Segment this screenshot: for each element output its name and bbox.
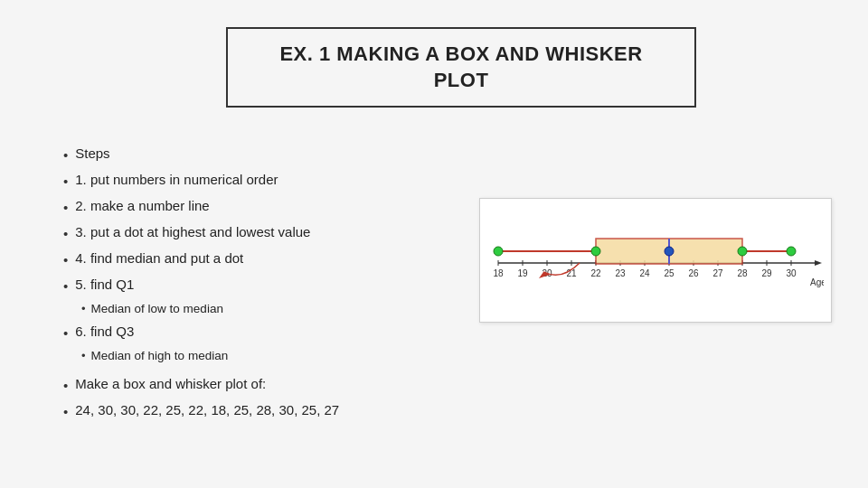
- bullet-text: 24, 30, 30, 22, 25, 22, 18, 25, 28, 30, …: [75, 400, 339, 419]
- bullet-make: • Make a box and whisker plot of:: [63, 374, 488, 395]
- bullet-5: • 5. find Q1: [63, 275, 488, 296]
- bullet-text: 5. find Q1: [75, 275, 134, 294]
- bullet-3: • 3. put a dot at highest and lowest val…: [63, 222, 488, 243]
- bullet-text: Steps: [75, 144, 109, 163]
- bullet-data: • 24, 30, 30, 22, 25, 22, 18, 25, 28, 30…: [63, 400, 488, 421]
- bullet-text: Make a box and whisker plot of:: [75, 374, 266, 393]
- svg-point-36: [787, 247, 796, 256]
- svg-point-32: [494, 247, 503, 256]
- plot-container: 18 19 20 21 22 23 24: [479, 198, 832, 323]
- svg-text:29: 29: [761, 268, 772, 278]
- svg-point-34: [665, 247, 674, 256]
- sub-bullet-q3: • Median of high to median: [81, 348, 488, 365]
- sub-bullet-q1: • Median of low to median: [81, 301, 488, 318]
- bullet-steps: • Steps: [63, 144, 488, 164]
- box-whisker-plot: 18 19 20 21 22 23 24: [489, 213, 824, 295]
- svg-text:22: 22: [590, 268, 601, 278]
- bullet-text: 1. put numbers in numerical order: [75, 170, 278, 189]
- right-column: 18 19 20 21 22 23 24: [479, 198, 832, 323]
- bullet-1: • 1. put numbers in numerical order: [63, 170, 488, 191]
- svg-text:18: 18: [493, 268, 504, 278]
- bullet-dot: •: [63, 172, 68, 191]
- svg-text:28: 28: [737, 268, 748, 278]
- bullet-dot: •: [63, 402, 68, 421]
- svg-text:27: 27: [712, 268, 723, 278]
- sub-dot: •: [81, 348, 86, 364]
- svg-text:23: 23: [615, 268, 626, 278]
- bullet-dot: •: [63, 277, 68, 296]
- bullet-6: • 6. find Q3: [63, 322, 488, 343]
- bullet-text: 6. find Q3: [75, 322, 134, 341]
- sub-dot: •: [81, 301, 86, 317]
- bullet-dot: •: [63, 145, 68, 164]
- svg-text:25: 25: [664, 268, 675, 278]
- bullet-text: 4. find median and put a dot: [75, 249, 243, 267]
- bullet-dot: •: [63, 324, 68, 343]
- svg-point-33: [591, 247, 600, 256]
- svg-text:19: 19: [517, 268, 528, 278]
- svg-point-35: [738, 247, 747, 256]
- svg-text:24: 24: [639, 268, 650, 278]
- svg-text:30: 30: [786, 268, 797, 278]
- bullet-dot: •: [63, 250, 68, 269]
- svg-marker-1: [815, 260, 822, 266]
- title-box: EX. 1 MAKING A BOX AND WHISKER PLOT: [226, 27, 696, 108]
- sub-bullet-text: Median of low to median: [91, 301, 223, 318]
- left-column: • Steps • 1. put numbers in numerical or…: [54, 144, 488, 427]
- bullet-dot: •: [63, 224, 68, 243]
- bullet-text: 3. put a dot at highest and lowest value: [75, 222, 310, 241]
- bullet-text: 2. make a number line: [75, 196, 209, 215]
- bullet-dot: •: [63, 376, 68, 395]
- bullet-dot: •: [63, 198, 68, 217]
- bullet-2: • 2. make a number line: [63, 196, 488, 217]
- sub-bullet-text: Median of high to median: [91, 348, 229, 365]
- title-line2: PLOT: [255, 68, 667, 94]
- axis-label: Age: [810, 277, 824, 287]
- bullet-4: • 4. find median and put a dot: [63, 249, 488, 269]
- svg-text:26: 26: [688, 268, 699, 278]
- slide: EX. 1 MAKING A BOX AND WHISKER PLOT • St…: [0, 0, 868, 488]
- title-line1: EX. 1 MAKING A BOX AND WHISKER: [255, 42, 667, 68]
